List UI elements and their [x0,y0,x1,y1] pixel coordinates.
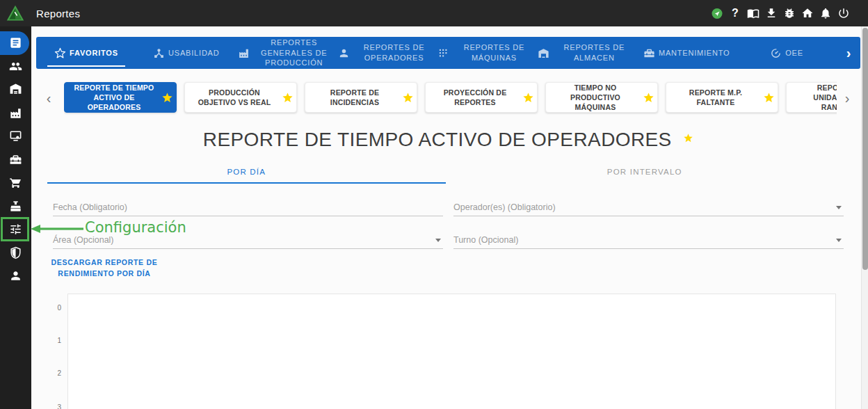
tab-por-intervalo[interactable]: POR INTERVALO [446,166,844,184]
y-axis-tick: 1 [40,337,61,344]
area-label: Área (Opcional) [53,235,114,245]
tab-mantenimiento[interactable]: MANTENIMIENTO [636,37,737,69]
star-outline-icon [54,47,66,59]
cards-scroll-next-chevron[interactable]: › [838,79,856,118]
sidebar-item-mantenimiento[interactable] [0,148,31,172]
toolbox-icon [9,153,22,166]
card-reporte-mp-faltante[interactable]: REPORTE M.P. FALTANTE [666,82,778,113]
report-icon [9,36,22,49]
annotation-arrow-icon [31,223,83,234]
header-actions: ? [711,0,850,26]
factory-icon [9,106,22,120]
turno-select[interactable]: Turno (Opcional) [453,230,844,249]
fecha-label: Fecha (Obligatorio) [53,202,127,212]
language-globe-icon[interactable] [711,7,723,19]
machine-icon [437,47,449,59]
turno-label: Turno (Opcional) [453,235,518,245]
report-title: REPORTE DE TIEMPO ACTIVO DE OPERADORES [203,129,672,150]
toolbox-icon [643,47,655,59]
cash-register-icon [9,200,22,213]
report-mode-tabs: POR DÍA POR INTERVALO [47,166,844,184]
y-axis-tick: 3 [40,403,61,409]
operadores-select[interactable]: Operador(es) (Obligatorio) [453,198,844,216]
fecha-field[interactable]: Fecha (Obligatorio) [53,198,443,216]
annotation-highlight-box [1,217,29,241]
tab-reportes-generales-produccion[interactable]: REPORTES GENERALES DE PRODUCCIÓN [236,37,337,69]
card-proyeccion-de-reportes[interactable]: PROYECCIÓN DE REPORTES [425,82,538,113]
tab-usabilidad[interactable]: USABILIDAD [136,37,236,69]
monitor-badge-icon [9,129,22,143]
help-icon[interactable]: ? [729,7,741,19]
app-logo [6,3,25,23]
card-reporte-tiempo-activo-operadores[interactable]: REPORTE DE TIEMPO ACTIVO DE OPERADORES [64,82,177,113]
favorite-star-icon[interactable] [760,92,778,104]
card-tiempo-no-productivo-maquinas[interactable]: TIEMPO NO PRODUCTIVO MÁQUINAS [545,82,658,113]
y-axis-tick: 0 [40,304,61,312]
report-category-tabs: FAVORITOS USABILIDAD REPORTES GENERALES … [36,37,860,69]
card-produccion-objetivo-vs-real[interactable]: PRODUCCIÓN OBJETIVO VS REAL [184,82,297,113]
favorite-star-icon[interactable] [639,92,657,104]
gauge-icon [770,47,782,59]
page-title: Reportes [36,8,80,19]
shield-icon [9,246,22,259]
report-title-wrap: REPORTE DE TIEMPO ACTIVO DE OPERADORES [36,129,860,151]
favorite-report-cards: ‹ REPORTE DE TIEMPO ACTIVO DE OPERADORES… [36,79,860,118]
sidebar-item-usuario[interactable] [0,264,31,288]
sidebar-item-almacen[interactable] [0,78,31,102]
cards-scroll-prev-chevron[interactable]: ‹ [36,79,61,118]
sidebar-item-compras[interactable] [0,171,31,195]
bug-report-icon[interactable] [783,7,796,19]
y-axis-tick: 2 [40,369,61,377]
documentation-book-icon[interactable] [747,7,760,19]
shopping-cart-icon [9,176,22,189]
title-favorite-star-icon[interactable] [683,133,693,146]
tab-reportes-almacen[interactable]: REPORTES DE ALMACEN [536,37,636,69]
dropdown-caret-icon [836,239,842,242]
card-reporte-unidades-clipped[interactable]: REPORTE DE E UNIDADES MERC RANGO DE E [786,82,837,113]
dropdown-caret-icon [836,206,842,209]
people-icon [9,60,22,73]
warehouse-icon [9,83,22,96]
person-icon [9,269,22,282]
tab-oee[interactable]: OEE [737,37,837,69]
sidebar-item-calidad[interactable] [0,125,31,148]
usability-icon [153,47,165,59]
favorite-star-icon[interactable] [278,92,296,104]
scrollbar-thumb[interactable] [862,28,868,270]
tab-favoritos[interactable]: FAVORITOS [36,37,136,69]
favorite-star-icon[interactable] [399,92,417,104]
sidebar-item-personal[interactable] [0,55,31,79]
dropdown-caret-icon [435,239,441,242]
cards-strip: REPORTE DE TIEMPO ACTIVO DE OPERADORES P… [64,79,837,118]
tab-por-dia[interactable]: POR DÍA [47,166,446,184]
nav-scroll-next-chevron[interactable]: › [837,37,860,69]
home-icon[interactable] [801,7,814,19]
sidebar-item-produccion[interactable] [0,102,31,125]
top-header: Reportes ? [0,0,868,26]
power-icon[interactable] [837,7,850,19]
sidebar-item-reportes[interactable] [0,31,31,55]
chart-plot-area [67,294,836,409]
tab-reportes-maquinas[interactable]: REPORTES DE MÁQUINAS [437,37,537,69]
download-icon[interactable] [765,7,778,19]
factory-icon [238,47,250,59]
sidebar-item-caja[interactable] [0,195,31,218]
person-icon [338,47,350,59]
card-reporte-de-incidencias[interactable]: REPORTE DE INCIDENCIAS [305,82,417,113]
favorite-star-icon[interactable] [158,92,176,104]
warehouse-icon [538,47,549,59]
download-report-button[interactable]: DESCARGAR REPORTE DE RENDIMIENTO POR DÍA [42,257,167,280]
notifications-bell-icon[interactable] [819,7,832,19]
favorite-star-icon[interactable] [519,92,537,104]
tab-reportes-operadores[interactable]: REPORTES DE OPERADORES [337,37,437,69]
sidebar-item-seguridad[interactable] [0,241,31,265]
vertical-scrollbar[interactable] [861,26,868,409]
operadores-label: Operador(es) (Obligatorio) [453,202,556,212]
annotation-label: Configuración [85,219,186,236]
